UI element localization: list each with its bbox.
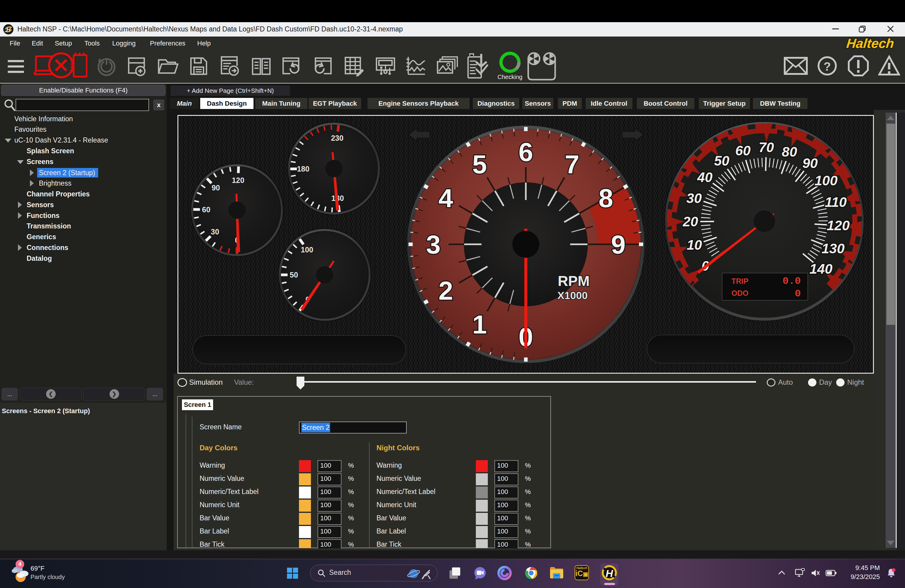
- svg-text:X1000: X1000: [557, 289, 587, 301]
- svg-text:H: H: [6, 26, 11, 33]
- svg-text:60: 60: [202, 205, 210, 214]
- svg-text:60: 60: [735, 143, 751, 158]
- svg-text:140: 140: [810, 261, 833, 277]
- svg-text:130: 130: [821, 241, 845, 256]
- svg-text:?: ?: [824, 60, 831, 73]
- svg-text:70: 70: [759, 140, 774, 155]
- svg-text:RPM: RPM: [558, 273, 590, 289]
- svg-text:50: 50: [290, 271, 298, 279]
- svg-text:6: 6: [519, 137, 533, 167]
- svg-text:H: H: [606, 567, 613, 579]
- svg-text:230: 230: [331, 134, 344, 142]
- svg-text:5: 5: [472, 149, 487, 179]
- svg-text:4: 4: [438, 183, 453, 213]
- svg-text:30: 30: [686, 191, 702, 206]
- svg-text:100: 100: [301, 245, 313, 254]
- svg-text:100: 100: [814, 173, 838, 188]
- svg-text:40: 40: [697, 170, 713, 185]
- svg-text:Haltech: Haltech: [846, 36, 895, 51]
- svg-text:8: 8: [599, 183, 613, 213]
- svg-text:180: 180: [297, 165, 310, 173]
- svg-text:80: 80: [782, 144, 797, 160]
- svg-text:120: 120: [827, 218, 849, 233]
- svg-text:30: 30: [211, 227, 219, 236]
- svg-text:90: 90: [211, 184, 220, 192]
- svg-text:7: 7: [565, 149, 580, 179]
- svg-text:1: 1: [472, 310, 487, 339]
- svg-text:90: 90: [802, 156, 818, 171]
- svg-text:9: 9: [611, 230, 626, 259]
- svg-text:120: 120: [232, 176, 245, 184]
- svg-text:3: 3: [426, 230, 441, 259]
- svg-text:20: 20: [682, 214, 698, 229]
- svg-text:110: 110: [825, 194, 847, 210]
- svg-text:50: 50: [714, 153, 730, 168]
- svg-text:10: 10: [686, 237, 702, 253]
- svg-text:2: 2: [438, 276, 453, 305]
